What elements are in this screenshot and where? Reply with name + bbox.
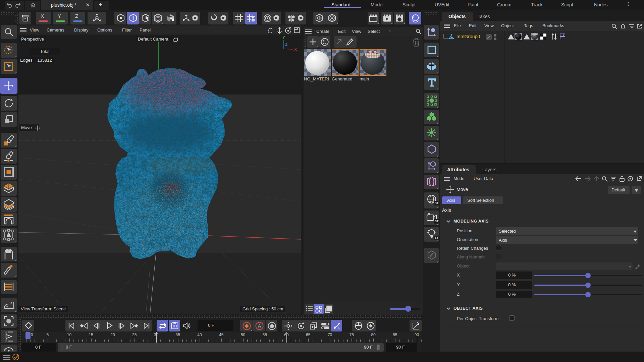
svg-text:Y: Y xyxy=(282,35,285,40)
svg-text:A: A xyxy=(258,323,261,328)
svg-text:A: A xyxy=(331,16,333,20)
svg-text:Z: Z xyxy=(285,42,287,47)
svg-text:X: X xyxy=(294,47,297,52)
